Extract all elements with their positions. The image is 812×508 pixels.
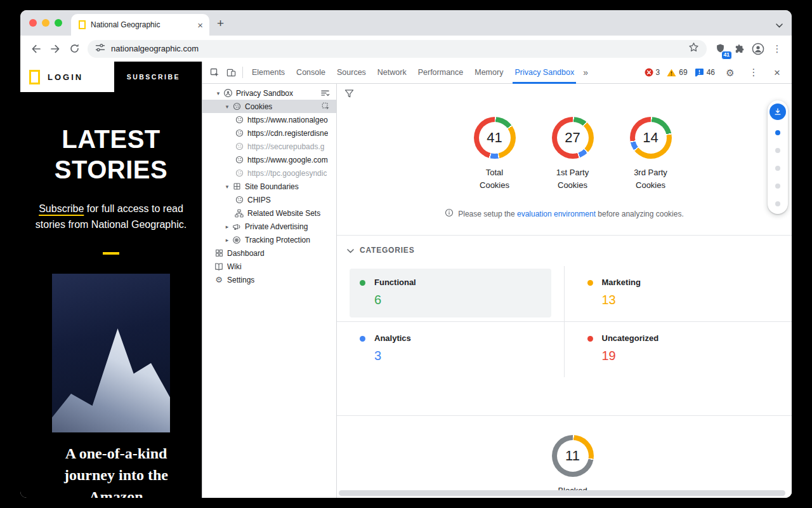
pager-dot-1[interactable] <box>775 148 780 153</box>
inspect-element-icon[interactable] <box>206 64 223 81</box>
donut-chart: 41 <box>474 117 516 159</box>
back-button[interactable] <box>27 39 46 58</box>
devtools-tab-memory[interactable]: Memory <box>469 62 509 84</box>
tree-item-cookies[interactable]: ▾Cookies <box>202 100 336 113</box>
issues-badge[interactable]: 46 <box>695 68 715 77</box>
more-tabs-button[interactable]: » <box>580 67 591 77</box>
natgeo-page: LOGIN SUBSCRIBE LATESTSTORIES Subscribe … <box>20 62 202 498</box>
browser-tabstrip: National Geographic × + <box>20 10 792 36</box>
tree-item-tracking-protection[interactable]: ▸Tracking Protection <box>202 233 336 246</box>
menu-icon[interactable] <box>320 88 330 98</box>
tree-item-site-boundaries[interactable]: ▾Site Boundaries <box>202 180 336 193</box>
inspect-icon[interactable] <box>322 102 330 110</box>
tree-item-wiki[interactable]: Wiki <box>202 260 336 273</box>
tree-item-settings[interactable]: ⚙Settings <box>202 273 336 286</box>
category-cell-marketing[interactable]: Marketing13 <box>565 266 792 322</box>
window-content: LOGIN SUBSCRIBE LATESTSTORIES Subscribe … <box>20 62 792 498</box>
pager-dot-3[interactable] <box>775 184 780 189</box>
device-toolbar-icon[interactable] <box>223 64 239 81</box>
bookmark-star-icon[interactable] <box>688 42 699 55</box>
tree-item-privacy-sandbox[interactable]: ▾Privacy Sandbox <box>202 86 336 100</box>
categories-title: CATEGORIES <box>360 246 414 255</box>
uncategorized-dot-icon <box>587 336 593 342</box>
window-zoom-button[interactable] <box>55 19 62 27</box>
story-image[interactable] <box>52 274 170 432</box>
window-close-button[interactable] <box>29 19 37 27</box>
categories-header[interactable]: CATEGORIES <box>337 236 792 262</box>
horizontal-scrollbar[interactable] <box>339 490 790 496</box>
pager-dot-4[interactable] <box>775 201 780 206</box>
category-name: Analytics <box>374 333 542 343</box>
site-info-icon[interactable] <box>95 43 105 55</box>
analytics-dot-icon <box>360 336 365 342</box>
tree-item-https-cdn-registerdisne[interactable]: https://cdn.registerdisne <box>202 126 336 140</box>
tree-item-https-www-google-com[interactable]: https://www.google.com <box>202 153 336 166</box>
devtools-menu-button[interactable]: ⋮ <box>745 64 762 81</box>
devtools-settings-button[interactable]: ⚙ <box>722 64 738 81</box>
category-cell-analytics[interactable]: Analytics3 <box>337 322 565 377</box>
hero-headline: LATESTSTORIES <box>20 124 202 185</box>
tree-item-private-advertising[interactable]: ▸Private Advertising <box>202 220 336 233</box>
tab-close-icon[interactable]: × <box>196 20 204 30</box>
browser-menu-button[interactable]: ⋮ <box>768 39 787 58</box>
sandbox-icon <box>223 88 233 98</box>
chevron-down-icon[interactable]: ▾ <box>214 90 223 97</box>
profile-avatar-button[interactable] <box>749 39 768 58</box>
devtools-close-button[interactable]: × <box>769 64 785 81</box>
url-bar[interactable]: nationalgeographic.com <box>88 40 707 58</box>
chevron-right-icon[interactable]: ▸ <box>223 237 232 243</box>
functional-dot-icon <box>360 280 365 286</box>
url-text[interactable]: nationalgeographic.com <box>111 44 683 53</box>
blocked-cookies-donut: 11BlockedCookies <box>538 435 608 498</box>
privacy-extension-button[interactable]: 41 <box>710 39 730 58</box>
reload-button[interactable] <box>65 39 84 58</box>
filter-icon[interactable] <box>344 89 354 101</box>
tree-item-label: Privacy Sandbox <box>236 89 293 98</box>
donut-chart: 11 <box>552 435 594 477</box>
chevron-right-icon[interactable]: ▸ <box>223 224 232 230</box>
category-cell-uncategorized[interactable]: Uncategorized19 <box>565 322 792 377</box>
browser-toolbar: nationalgeographic.com 41 ⋮ <box>20 36 792 62</box>
window-minimize-button[interactable] <box>42 19 49 27</box>
story-title-link[interactable]: A one-of-a-kind journey into the Amazon <box>46 443 187 498</box>
scrollbar-thumb[interactable] <box>339 490 785 496</box>
devtools-tab-performance[interactable]: Performance <box>412 62 469 84</box>
login-link[interactable]: LOGIN <box>48 72 83 82</box>
download-report-button[interactable] <box>769 104 786 120</box>
donut-value: 11 <box>565 448 580 464</box>
natgeo-logo-icon[interactable] <box>29 70 40 84</box>
chevron-down-icon[interactable]: ▾ <box>223 184 232 190</box>
tree-item-https-www-nationalgeo[interactable]: https://www.nationalgeo <box>202 113 336 126</box>
pager-dot-0[interactable] <box>775 130 780 135</box>
tree-item-related-website-sets[interactable]: Related Website Sets <box>202 206 336 220</box>
devtools-tab-network[interactable]: Network <box>372 62 412 84</box>
devtools-tab-sources[interactable]: Sources <box>331 62 372 84</box>
subscribe-button[interactable]: SUBSCRIBE <box>114 62 202 92</box>
evaluation-environment-link[interactable]: evaluation environment <box>517 210 596 218</box>
subscribe-text-link[interactable]: Subscribe <box>39 203 84 214</box>
tree-item-chips[interactable]: CHIPS <box>202 193 336 206</box>
privacy-sandbox-cookies-panel: 41TotalCookies271st PartyCookies143rd Pa… <box>337 84 792 498</box>
chevron-down-icon[interactable]: ▾ <box>223 104 232 110</box>
ads-icon <box>232 222 242 231</box>
category-count: 3 <box>374 349 542 363</box>
forward-button[interactable] <box>46 39 65 58</box>
devtools-tab-console[interactable]: Console <box>291 62 331 84</box>
console-errors-badge[interactable]: 3 <box>645 68 660 77</box>
donut-label: TotalCookies <box>480 166 509 192</box>
tree-item-label: Settings <box>227 276 254 284</box>
tree-item-https-tpc-googlesyndic[interactable]: https://tpc.googlesyndic <box>202 166 336 180</box>
new-tab-button[interactable]: + <box>217 17 224 29</box>
tree-item-label: Private Advertising <box>245 222 308 231</box>
tree-item-label: https://securepubads.g <box>247 142 324 151</box>
tree-item-dashboard[interactable]: Dashboard <box>202 246 336 260</box>
console-warnings-badge[interactable]: 69 <box>667 68 687 77</box>
tree-item-https-securepubads-g[interactable]: https://securepubads.g <box>202 140 336 153</box>
category-cell-functional[interactable]: Functional6 <box>337 266 565 322</box>
tab-search-chevron-icon[interactable] <box>776 19 783 30</box>
devtools-tab-privacy-sandbox[interactable]: Privacy Sandbox <box>509 62 580 84</box>
browser-tab[interactable]: National Geographic × <box>71 14 209 36</box>
extensions-puzzle-button[interactable] <box>730 39 749 58</box>
devtools-tab-elements[interactable]: Elements <box>246 62 291 84</box>
pager-dot-2[interactable] <box>775 166 780 171</box>
